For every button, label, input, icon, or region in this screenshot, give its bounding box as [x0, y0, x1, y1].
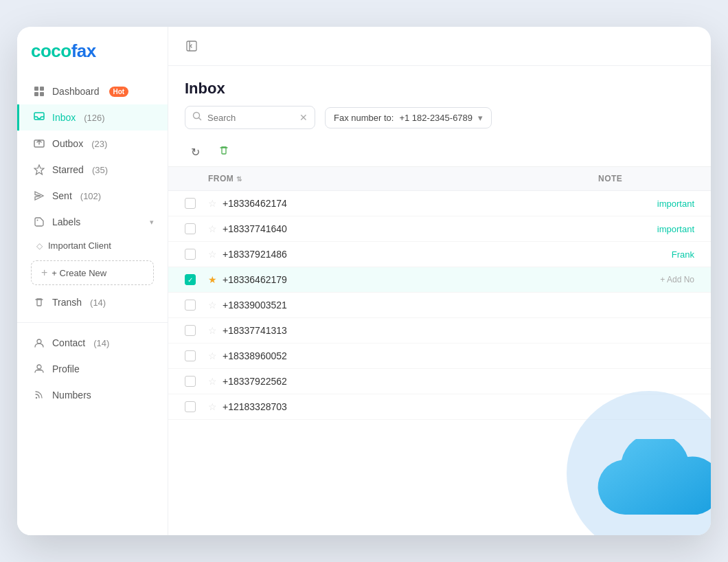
- sidebar-item-starred[interactable]: Starred (35): [17, 157, 168, 183]
- row-9-from: ☆ +12183328703: [208, 401, 598, 412]
- search-icon: [192, 111, 202, 124]
- star-empty-icon[interactable]: ☆: [208, 223, 217, 234]
- sidebar-item-trash-label: Transh: [52, 297, 82, 308]
- table-row[interactable]: ☆ +18337922562: [168, 369, 711, 394]
- star-empty-icon[interactable]: ☆: [208, 300, 217, 311]
- fax-label: Fax number to:: [334, 113, 394, 123]
- delete-button[interactable]: [214, 142, 234, 162]
- labels-arrow-icon: ▾: [150, 218, 154, 227]
- star-empty-icon[interactable]: ☆: [208, 350, 217, 361]
- table-row[interactable]: ☆ +18337741640 important: [168, 216, 711, 242]
- hot-badge: Hot: [109, 87, 129, 97]
- top-bar: [168, 27, 711, 66]
- page-title: Inbox: [168, 66, 711, 106]
- star-empty-icon[interactable]: ☆: [208, 401, 217, 412]
- row-3-note: Frank: [598, 249, 694, 260]
- contact-icon: [33, 337, 45, 349]
- fax-number-selector[interactable]: Fax number to: +1 182-2345-6789 ▾: [325, 107, 492, 128]
- col-header-from: FROM ⇅: [208, 174, 598, 183]
- row-2-checkbox[interactable]: [185, 223, 208, 234]
- contact-count: (14): [93, 338, 109, 348]
- starred-icon: [33, 164, 45, 176]
- sidebar-item-sent-label: Sent: [52, 190, 72, 201]
- sidebar-item-outbox-label: Outbox: [52, 138, 83, 149]
- row-9-checkbox[interactable]: [185, 401, 208, 412]
- search-clear-button[interactable]: ✕: [299, 112, 308, 123]
- sidebar-item-inbox[interactable]: Inbox (126): [17, 104, 168, 131]
- refresh-button[interactable]: ↻: [185, 142, 205, 162]
- table-row[interactable]: ☆ +18339003521: [168, 293, 711, 318]
- svg-rect-1: [40, 87, 44, 91]
- row-6-from: ☆ +18337741313: [208, 325, 598, 336]
- row-6-checkbox[interactable]: [185, 325, 208, 336]
- plus-icon: +: [41, 267, 47, 279]
- table-row[interactable]: ☆ +18337921486 Frank: [168, 242, 711, 267]
- sidebar-item-dashboard[interactable]: Dashboard Hot: [17, 78, 168, 104]
- row-2-note: important: [598, 224, 694, 234]
- outbox-count: (23): [91, 139, 107, 149]
- outbox-icon: [33, 137, 45, 150]
- row-4-note[interactable]: + Add No: [598, 275, 694, 284]
- action-bar: ↻: [168, 137, 711, 167]
- main-content: Inbox ✕ Fax number to: +1 182-2345-6789 …: [168, 27, 711, 535]
- sidebar-item-contact[interactable]: Contact (14): [17, 330, 168, 356]
- sidebar-item-starred-label: Starred: [52, 164, 84, 175]
- table-row-selected[interactable]: ★ +18336462179 + Add No: [168, 267, 711, 293]
- sort-from-icon[interactable]: ⇅: [236, 175, 242, 183]
- svg-rect-0: [34, 87, 38, 91]
- fax-number: +1 182-2345-6789: [399, 113, 473, 123]
- sidebar-item-labels[interactable]: Labels ▾: [17, 209, 168, 235]
- sidebar-item-trash[interactable]: Transh (14): [17, 289, 168, 315]
- row-2-from: ☆ +18337741640: [208, 223, 598, 234]
- table-container: FROM ⇅ NOTE ☆ +18336462174 important: [168, 167, 711, 535]
- sidebar-item-outbox[interactable]: Outbox (23): [17, 131, 168, 157]
- sent-count: (102): [80, 191, 101, 201]
- label-tag-icon: ◇: [36, 241, 43, 251]
- table-header: FROM ⇅ NOTE: [168, 167, 711, 191]
- sidebar-item-important-client[interactable]: ◇ Important Client: [17, 235, 168, 256]
- sidebar: cocofax Dashboard Hot: [17, 27, 168, 535]
- create-new-label: + Create New: [52, 268, 106, 278]
- important-client-label: Important Client: [48, 240, 111, 251]
- delete-icon: [218, 145, 229, 159]
- dashboard-icon: [33, 85, 45, 98]
- row-4-checkbox[interactable]: [185, 274, 208, 285]
- star-empty-icon[interactable]: ☆: [208, 325, 217, 336]
- sidebar-item-profile[interactable]: Profile: [17, 356, 168, 382]
- row-3-checkbox[interactable]: [185, 249, 208, 260]
- row-8-checkbox[interactable]: [185, 376, 208, 387]
- sidebar-item-inbox-label: Inbox: [52, 112, 76, 123]
- table-row[interactable]: ☆ +18338960052: [168, 344, 711, 369]
- svg-marker-6: [34, 165, 44, 175]
- row-5-checkbox[interactable]: [185, 300, 208, 311]
- row-1-checkbox[interactable]: [185, 198, 208, 209]
- toolbar: ✕ Fax number to: +1 182-2345-6789 ▾: [168, 106, 711, 137]
- star-empty-icon[interactable]: ☆: [208, 376, 217, 387]
- row-4-from: ★ +18336462179: [208, 274, 598, 285]
- create-new-button[interactable]: + + Create New: [31, 260, 154, 285]
- star-empty-icon[interactable]: ☆: [208, 249, 217, 260]
- table-row[interactable]: ☆ +18337741313: [168, 318, 711, 344]
- sidebar-item-contact-label: Contact: [52, 337, 85, 348]
- search-input[interactable]: [207, 113, 294, 123]
- inbox-icon: [33, 111, 45, 124]
- search-box[interactable]: ✕: [185, 106, 315, 129]
- row-1-from: ☆ +18336462174: [208, 198, 598, 209]
- refresh-icon: ↻: [191, 146, 200, 159]
- sidebar-item-numbers[interactable]: Numbers: [17, 382, 168, 408]
- svg-point-7: [37, 220, 38, 221]
- logo-text: cocofax: [31, 41, 96, 61]
- numbers-icon: [33, 389, 45, 401]
- table-row[interactable]: ☆ +18336462174 important: [168, 191, 711, 216]
- sidebar-item-sent[interactable]: Sent (102): [17, 183, 168, 209]
- divider: [17, 322, 168, 323]
- row-8-from: ☆ +18337922562: [208, 376, 598, 387]
- inbox-count: (126): [84, 113, 104, 123]
- star-filled-icon[interactable]: ★: [208, 274, 217, 285]
- sent-icon: [33, 190, 45, 202]
- svg-rect-3: [40, 92, 44, 96]
- row-7-checkbox[interactable]: [185, 350, 208, 361]
- star-empty-icon[interactable]: ☆: [208, 198, 217, 209]
- table-row[interactable]: ☆ +12183328703: [168, 394, 711, 420]
- collapse-sidebar-button[interactable]: [182, 36, 201, 56]
